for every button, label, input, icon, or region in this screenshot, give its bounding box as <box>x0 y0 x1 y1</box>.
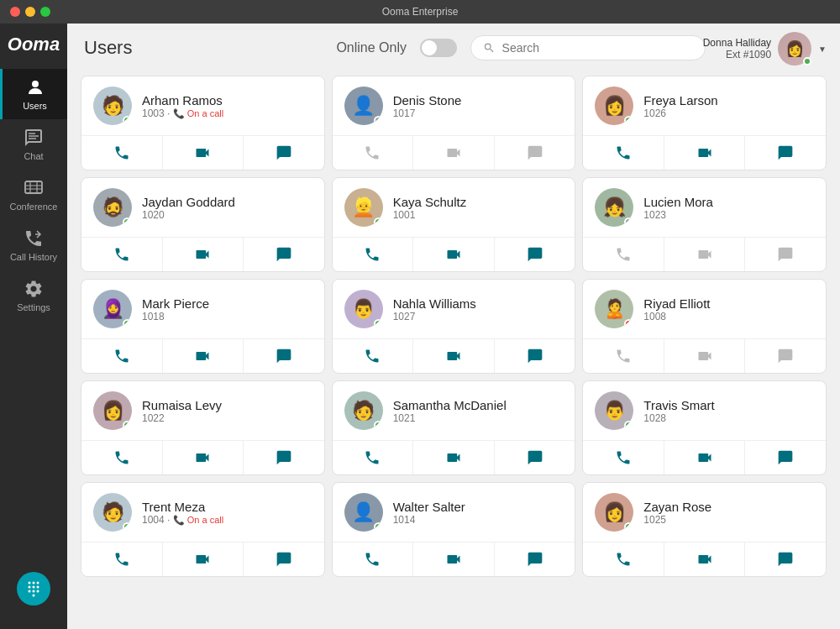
video-icon <box>194 348 211 364</box>
chat-button[interactable] <box>244 136 324 170</box>
sidebar-item-conference[interactable]: Conference <box>0 170 67 220</box>
user-card: 🧕 Mark Pierce 1018 <box>81 279 325 374</box>
user-status-dot <box>123 522 132 532</box>
phone-button[interactable] <box>333 136 414 170</box>
phone-button[interactable] <box>583 136 664 170</box>
user-actions <box>81 338 324 373</box>
video-icon <box>445 348 462 364</box>
phone-button[interactable] <box>333 339 414 373</box>
chat-bubble-icon <box>276 348 292 364</box>
phone-button[interactable] <box>583 543 664 576</box>
chat-button[interactable] <box>745 339 826 373</box>
user-name: Lucien Mora <box>643 195 814 209</box>
chat-button[interactable] <box>745 543 826 576</box>
video-button[interactable] <box>413 543 495 576</box>
video-icon <box>194 246 211 263</box>
online-only-toggle[interactable] <box>420 39 457 57</box>
sidebar-item-call-history[interactable]: Call History <box>0 220 67 270</box>
user-card-info: 👨 Travis Smart 1028 <box>583 381 826 440</box>
chat-button[interactable] <box>495 543 575 576</box>
user-card: 👩 Freya Larson 1026 <box>582 76 827 170</box>
sidebar-item-users[interactable]: Users <box>0 69 67 119</box>
user-name: Nahla Williams <box>393 296 564 311</box>
chat-button[interactable] <box>745 136 826 170</box>
sidebar-item-settings[interactable]: Settings <box>0 270 67 321</box>
chat-button[interactable] <box>745 238 826 271</box>
video-icon <box>445 551 462 568</box>
user-status-dot <box>123 116 132 125</box>
chat-button[interactable] <box>244 238 324 271</box>
phone-button[interactable] <box>583 339 664 373</box>
dialpad-section <box>17 572 50 605</box>
phone-button[interactable] <box>333 543 414 576</box>
phone-button[interactable] <box>81 136 163 170</box>
traffic-lights <box>10 7 50 17</box>
video-button[interactable] <box>413 441 495 474</box>
phone-button[interactable] <box>583 238 664 271</box>
chat-button[interactable] <box>244 441 324 474</box>
video-button[interactable] <box>664 136 746 170</box>
video-button[interactable] <box>664 441 746 474</box>
video-icon <box>445 144 462 161</box>
chat-bubble-icon <box>777 348 794 364</box>
phone-button[interactable] <box>333 441 414 474</box>
video-button[interactable] <box>664 543 746 576</box>
phone-button[interactable] <box>583 441 664 474</box>
chat-bubble-icon <box>527 348 543 364</box>
phone-button[interactable] <box>81 441 163 474</box>
users-grid: 🧑 Arham Ramos 1003 · 📞 On a call <box>67 72 840 629</box>
user-avatar: 👨 <box>344 290 383 328</box>
svg-point-0 <box>32 81 39 87</box>
dialpad-button[interactable] <box>17 572 50 605</box>
phone-button[interactable] <box>81 339 163 373</box>
video-button[interactable] <box>163 136 244 170</box>
user-actions <box>81 135 324 170</box>
video-button[interactable] <box>163 339 244 373</box>
sidebar-item-chat[interactable]: Chat <box>0 119 67 170</box>
user-avatar: 👱 <box>344 188 383 227</box>
user-text: Rumaisa Levy 1022 <box>142 398 312 424</box>
window-title: Ooma Enterprise <box>382 6 459 18</box>
phone-icon <box>615 449 632 466</box>
video-button[interactable] <box>664 339 746 373</box>
video-button[interactable] <box>163 441 244 474</box>
chat-button[interactable] <box>495 136 575 170</box>
video-button[interactable] <box>163 543 244 576</box>
phone-button[interactable] <box>81 238 163 271</box>
user-avatar: 👧 <box>595 188 633 227</box>
phone-icon <box>113 144 130 161</box>
chat-button[interactable] <box>244 543 324 576</box>
user-actions <box>333 542 575 576</box>
user-dropdown-arrow[interactable]: ▼ <box>818 45 827 54</box>
video-button[interactable] <box>664 238 746 271</box>
chat-bubble-icon <box>777 246 794 263</box>
user-text: Travis Smart 1028 <box>643 398 814 424</box>
user-name: Jaydan Goddard <box>142 195 312 209</box>
chat-button[interactable] <box>745 441 826 474</box>
chat-button[interactable] <box>495 339 575 373</box>
user-ext: 1003 · 📞 On a call <box>142 107 312 119</box>
user-card-info: 👩 Freya Larson 1026 <box>583 76 826 135</box>
phone-icon <box>615 144 632 161</box>
user-card: 🧔 Jaydan Goddard 1020 <box>81 177 325 272</box>
chat-bubble-icon <box>276 449 292 466</box>
user-card: 🧑 Samantha McDaniel 1021 <box>332 380 576 475</box>
video-button[interactable] <box>413 136 495 170</box>
chat-bubble-icon <box>777 449 794 466</box>
chat-button[interactable] <box>495 238 575 271</box>
maximize-button[interactable] <box>40 7 50 17</box>
video-button[interactable] <box>413 238 495 271</box>
video-button[interactable] <box>163 238 244 271</box>
chat-button[interactable] <box>244 339 324 373</box>
user-card: 🧑 Arham Ramos 1003 · 📞 On a call <box>81 76 325 170</box>
user-ext: 1022 <box>142 412 312 424</box>
close-button[interactable] <box>10 7 20 17</box>
chat-button[interactable] <box>495 441 575 474</box>
phone-button[interactable] <box>333 238 414 271</box>
user-card-info: 👤 Walter Salter 1014 <box>333 483 575 542</box>
phone-button[interactable] <box>81 543 163 576</box>
video-button[interactable] <box>413 339 495 373</box>
search-input[interactable] <box>502 41 693 55</box>
minimize-button[interactable] <box>25 7 35 17</box>
video-icon <box>445 246 462 263</box>
